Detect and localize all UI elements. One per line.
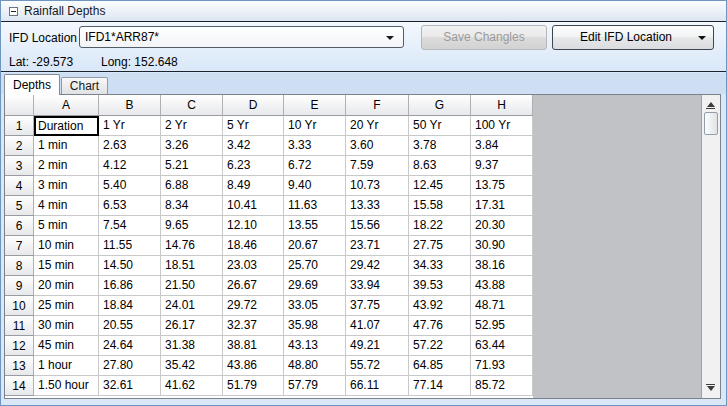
grid-cell[interactable]: 6.72	[284, 156, 346, 176]
grid-cell[interactable]: 25 min	[34, 296, 99, 316]
grid-cell[interactable]: 9.37	[471, 156, 533, 176]
grid-cell[interactable]: 71.93	[471, 356, 533, 376]
grid-cell[interactable]: 38.81	[223, 336, 284, 356]
grid-cell[interactable]: 24.64	[99, 336, 161, 356]
grid-cell[interactable]: 43.88	[471, 276, 533, 296]
scroll-up-icon[interactable]	[707, 102, 715, 107]
grid-cell[interactable]: 50 Yr	[409, 116, 471, 136]
grid-cell[interactable]: 15.58	[409, 196, 471, 216]
grid-cell[interactable]: 12.45	[409, 176, 471, 196]
grid-cell[interactable]: 1 min	[34, 136, 99, 156]
grid-cell[interactable]: 100 Yr	[471, 116, 533, 136]
grid-cell[interactable]: 64.85	[409, 356, 471, 376]
column-header-C[interactable]: C	[161, 95, 223, 116]
grid-cell[interactable]: 18.51	[161, 256, 223, 276]
grid-cell[interactable]: 33.05	[284, 296, 346, 316]
grid-cell[interactable]: 20.30	[471, 216, 533, 236]
grid-cell[interactable]: 2 Yr	[161, 116, 223, 136]
grid-cell[interactable]: 8.34	[161, 196, 223, 216]
grid-cell[interactable]: 10 min	[34, 236, 99, 256]
chevron-down-icon[interactable]	[698, 36, 706, 40]
grid-cell[interactable]: 10 Yr	[284, 116, 346, 136]
grid-cell[interactable]: 17.31	[471, 196, 533, 216]
grid-cell[interactable]: 13.33	[346, 196, 409, 216]
grid-cell[interactable]: 41.62	[161, 376, 223, 396]
grid-cell[interactable]: 3.84	[471, 136, 533, 156]
grid-cell[interactable]: 20.55	[99, 316, 161, 336]
grid-cell[interactable]: 35.98	[284, 316, 346, 336]
row-number[interactable]: 4	[5, 176, 34, 196]
grid-cell[interactable]: 21.50	[161, 276, 223, 296]
column-header-A[interactable]: A	[34, 95, 99, 116]
grid-cell[interactable]: 26.67	[223, 276, 284, 296]
grid-cell[interactable]: 13.75	[471, 176, 533, 196]
collapse-icon[interactable]	[9, 7, 18, 16]
grid-cell[interactable]: 18.22	[409, 216, 471, 236]
grid-cell[interactable]: 35.42	[161, 356, 223, 376]
column-header-G[interactable]: G	[409, 95, 471, 116]
grid-cell[interactable]: 57.22	[409, 336, 471, 356]
grid-cell[interactable]: 52.95	[471, 316, 533, 336]
grid-cell[interactable]: 27.80	[99, 356, 161, 376]
grid-cell[interactable]: 24.01	[161, 296, 223, 316]
grid-cell[interactable]: 5.40	[99, 176, 161, 196]
grid-cell[interactable]: 6.53	[99, 196, 161, 216]
grid-cell[interactable]: 47.76	[409, 316, 471, 336]
grid-cell[interactable]: 3.60	[346, 136, 409, 156]
grid-cell[interactable]: 5.21	[161, 156, 223, 176]
grid-cell[interactable]: 1 hour	[34, 356, 99, 376]
row-number[interactable]: 9	[5, 276, 34, 296]
row-number[interactable]: 12	[5, 336, 34, 356]
grid-cell[interactable]: 9.40	[284, 176, 346, 196]
grid-cell[interactable]: 1.50 hour	[34, 376, 99, 396]
grid-cell[interactable]: 48.80	[284, 356, 346, 376]
grid-cell[interactable]: 12.10	[223, 216, 284, 236]
grid-cell[interactable]: 66.11	[346, 376, 409, 396]
grid-cell[interactable]: 48.71	[471, 296, 533, 316]
grid-cell-selected[interactable]: Duration	[34, 116, 99, 136]
grid-cell[interactable]: 43.92	[409, 296, 471, 316]
grid-cell[interactable]: 18.84	[99, 296, 161, 316]
grid-cell[interactable]: 20.67	[284, 236, 346, 256]
grid-cell[interactable]: 45 min	[34, 336, 99, 356]
row-number[interactable]: 10	[5, 296, 34, 316]
grid-cell[interactable]: 55.72	[346, 356, 409, 376]
grid-cell[interactable]: 13.55	[284, 216, 346, 236]
ifd-location-combobox[interactable]: IFD1*ARR87*	[79, 26, 404, 48]
grid-cell[interactable]: 57.79	[284, 376, 346, 396]
grid-cell[interactable]: 23.71	[346, 236, 409, 256]
grid-cell[interactable]: 7.59	[346, 156, 409, 176]
grid-cell[interactable]: 85.72	[471, 376, 533, 396]
row-number[interactable]: 3	[5, 156, 34, 176]
grid-cell[interactable]: 16.86	[99, 276, 161, 296]
grid-cell[interactable]: 3.26	[161, 136, 223, 156]
grid-cell[interactable]: 2 min	[34, 156, 99, 176]
grid-cell[interactable]: 49.21	[346, 336, 409, 356]
grid-cell[interactable]: 5 min	[34, 216, 99, 236]
grid-cell[interactable]: 20 min	[34, 276, 99, 296]
grid-cell[interactable]: 32.61	[99, 376, 161, 396]
grid-cell[interactable]: 41.07	[346, 316, 409, 336]
grid-cell[interactable]: 30.90	[471, 236, 533, 256]
column-header-B[interactable]: B	[99, 95, 161, 116]
grid-cell[interactable]: 33.94	[346, 276, 409, 296]
grid-cell[interactable]: 6.23	[223, 156, 284, 176]
grid-cell[interactable]: 15.56	[346, 216, 409, 236]
grid-cell[interactable]: 25.70	[284, 256, 346, 276]
grid-cell[interactable]: 1 Yr	[99, 116, 161, 136]
grid-cell[interactable]: 29.42	[346, 256, 409, 276]
grid-cell[interactable]: 3.78	[409, 136, 471, 156]
grid-cell[interactable]: 63.44	[471, 336, 533, 356]
grid-cell[interactable]: 43.86	[223, 356, 284, 376]
grid-corner-cell[interactable]	[5, 95, 34, 116]
grid-cell[interactable]: 77.14	[409, 376, 471, 396]
grid-cell[interactable]: 14.76	[161, 236, 223, 256]
grid-cell[interactable]: 29.69	[284, 276, 346, 296]
grid-cell[interactable]: 20 Yr	[346, 116, 409, 136]
grid-cell[interactable]: 37.75	[346, 296, 409, 316]
grid-cell[interactable]: 30 min	[34, 316, 99, 336]
column-header-H[interactable]: H	[471, 95, 533, 116]
grid-cell[interactable]: 3.33	[284, 136, 346, 156]
grid-cell[interactable]: 18.46	[223, 236, 284, 256]
grid-cell[interactable]: 27.75	[409, 236, 471, 256]
